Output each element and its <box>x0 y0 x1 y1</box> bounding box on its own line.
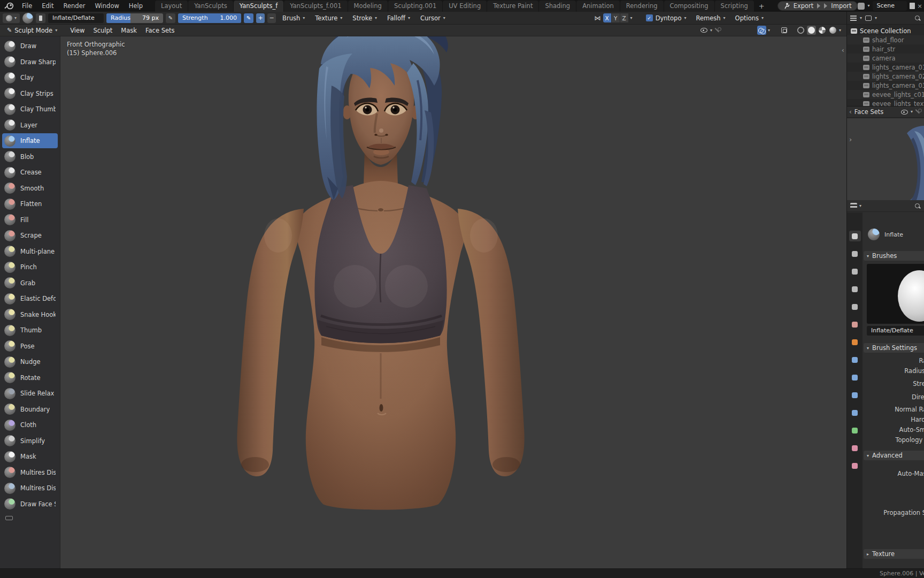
xray-toggle[interactable] <box>780 26 789 35</box>
toolbar-tool[interactable]: Clay <box>2 70 58 85</box>
toolbar-tool[interactable]: Elastic Deform <box>2 291 58 306</box>
property-row[interactable]: Radius <box>863 356 924 366</box>
overlays-toggle[interactable] <box>757 26 766 35</box>
viewport-menu[interactable]: Sculpt <box>89 27 116 34</box>
toolbar-tool[interactable]: Layer <box>2 118 58 133</box>
remesh-menu[interactable]: Remesh <box>692 14 729 22</box>
3d-viewport[interactable]: Front Orthographic (15) Sphere.006 Draw … <box>0 36 846 568</box>
filter-icon[interactable] <box>865 16 872 21</box>
properties-tab[interactable] <box>849 337 861 347</box>
toolbar-tool[interactable]: Pinch <box>2 260 58 275</box>
workspace-tab[interactable]: YanSculpts_f <box>234 1 283 12</box>
workspace-tab[interactable]: Layout <box>155 1 188 12</box>
brush-preview-icon[interactable] <box>22 13 33 24</box>
visibility-icon[interactable] <box>901 110 908 115</box>
new-scene-icon[interactable] <box>910 3 915 9</box>
texture-panel-header[interactable]: Texture <box>864 549 924 559</box>
brush-name-field[interactable]: Inflate/Deflate <box>867 326 924 336</box>
dyntopo-toggle[interactable]: Dyntopo <box>642 14 690 22</box>
workspace-tab[interactable]: Shading <box>539 1 576 12</box>
toolbar-tool[interactable]: Nudge <box>2 354 58 369</box>
toolbar-tool[interactable]: Clay Strips <box>2 86 58 101</box>
blender-logo-icon[interactable] <box>4 2 14 10</box>
outliner-row[interactable]: hair_str <box>847 44 924 54</box>
subtract-button[interactable]: − <box>267 13 276 23</box>
outliner-row-root[interactable]: Scene Collection <box>847 26 924 35</box>
mirror-axis-toggle[interactable]: Y <box>612 13 620 22</box>
toolbar-tool[interactable]: Simplify <box>2 434 58 448</box>
tool-settings-menu[interactable]: Brush <box>279 14 309 22</box>
workspace-tab[interactable]: Scripting <box>715 1 754 12</box>
outliner-row[interactable]: eevee_lights_text <box>847 99 924 106</box>
toolbar-scroll-indicator[interactable] <box>5 516 13 520</box>
brush-datablock-button[interactable] <box>36 13 45 23</box>
properties-tab[interactable] <box>849 460 861 471</box>
properties-tab[interactable] <box>849 443 861 453</box>
properties-tab[interactable] <box>849 372 861 383</box>
property-row[interactable]: Radius Unit <box>863 366 924 376</box>
toolbar-tool[interactable]: Draw <box>2 39 58 54</box>
radius-pressure-toggle[interactable] <box>166 13 175 23</box>
toolbar-tool[interactable]: Multires Displ... <box>2 481 58 496</box>
toolbar-tool[interactable]: Smooth <box>2 181 58 196</box>
search-icon[interactable] <box>914 203 921 209</box>
chevron-down-icon[interactable] <box>710 28 712 33</box>
toolbar-tool[interactable]: Multi-plane Sc... <box>2 244 58 259</box>
property-row[interactable]: Direction <box>863 392 924 402</box>
workspace-tab[interactable]: Animation <box>576 1 620 12</box>
tool-settings-menu[interactable]: Stroke <box>349 14 381 22</box>
radius-slider[interactable]: Radius 79 px <box>106 13 163 23</box>
toolbar-tool[interactable]: Boundary <box>2 402 58 417</box>
toolbar-tool[interactable]: Grab <box>2 276 58 291</box>
mode-dropdown[interactable]: Sculpt Mode <box>3 27 61 34</box>
toolbar-tool[interactable]: Draw Face Se... <box>2 497 58 512</box>
topbar-menu[interactable]: File <box>17 2 37 10</box>
tool-settings-menu[interactable]: Cursor <box>417 14 449 22</box>
tool-settings-menu[interactable]: Falloff <box>383 14 414 22</box>
topbar-menu[interactable]: Edit <box>37 2 58 10</box>
chevron-down-icon[interactable] <box>768 28 770 33</box>
properties-tab[interactable] <box>849 319 861 330</box>
property-row[interactable]: Topology Rake <box>863 435 924 445</box>
brushes-panel-header[interactable]: Brushes <box>864 251 924 261</box>
toolbar-tool[interactable]: Inflate <box>2 133 58 148</box>
toolbar-tool[interactable]: Scrape <box>2 228 58 243</box>
toolbar-tool[interactable]: Multires Displ... <box>2 465 58 480</box>
toolbar-tool[interactable]: Mask <box>2 449 58 464</box>
sidebar-toggle-icon[interactable] <box>842 46 844 54</box>
visibility-button[interactable] <box>699 26 709 35</box>
shading-solid-button[interactable] <box>807 26 816 35</box>
workspace-tab[interactable]: Sculpting.001 <box>388 1 442 12</box>
active-tool-dropdown[interactable] <box>3 13 20 23</box>
workspace-tab[interactable]: Rendering <box>620 1 664 12</box>
export-button[interactable]: Export <box>794 2 814 10</box>
add-button[interactable]: + <box>256 13 265 23</box>
secondary-viewport[interactable] <box>847 118 924 200</box>
workspace-tab[interactable]: YanSculpts_f.001 <box>284 1 347 12</box>
scene-name-field[interactable]: Scene <box>873 1 907 11</box>
topbar-menu[interactable]: Window <box>90 2 124 10</box>
toolbar-tool[interactable]: Thumb <box>2 323 58 338</box>
import-button[interactable]: Import <box>831 2 851 10</box>
toolbar-tool[interactable]: Rotate <box>2 370 58 385</box>
workspace-tab[interactable]: Texture Paint <box>487 1 538 12</box>
viewport-menu[interactable]: Mask <box>117 27 141 34</box>
toolbar-tool[interactable]: Flatten <box>2 196 58 211</box>
advanced-panel-header[interactable]: Advanced <box>864 451 924 460</box>
toolbar-toggle-icon[interactable] <box>849 135 852 143</box>
chevron-down-icon[interactable] <box>867 4 869 8</box>
gizmo-icon[interactable] <box>915 109 922 115</box>
search-icon[interactable] <box>914 15 921 21</box>
toolbar-tool[interactable]: Fill <box>2 212 58 227</box>
mirror-axis-toggle[interactable]: X <box>603 13 611 22</box>
gizmo-button[interactable] <box>714 26 723 35</box>
chevron-down-icon[interactable] <box>911 110 913 114</box>
properties-tab[interactable] <box>849 354 861 365</box>
properties-tab[interactable] <box>849 425 861 436</box>
toolbar-tool[interactable]: Draw Sharp <box>2 55 58 70</box>
outliner-row[interactable]: shad_floor <box>847 35 924 44</box>
chevron-down-icon[interactable] <box>860 16 862 20</box>
workspace-tab[interactable]: YanSculpts <box>188 1 233 12</box>
topbar-menu[interactable]: Render <box>59 2 90 10</box>
toolbar-tool[interactable]: Crease <box>2 165 58 180</box>
